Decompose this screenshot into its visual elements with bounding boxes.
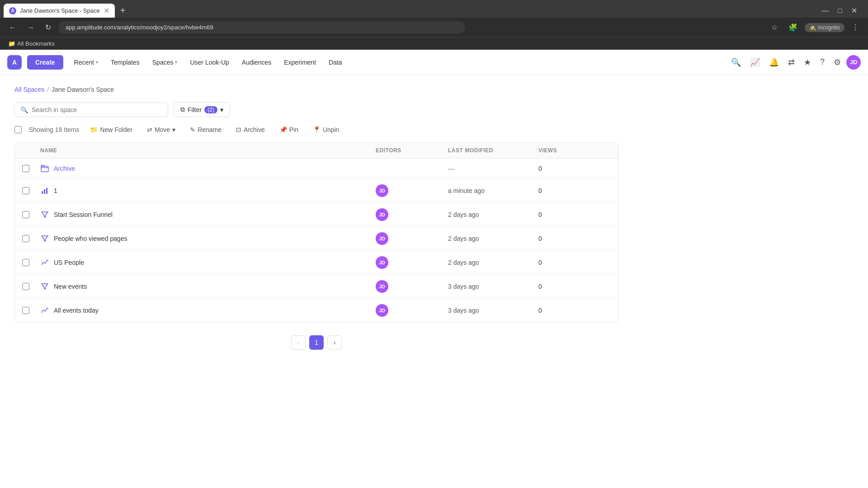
nav-item-templates[interactable]: Templates — [105, 55, 145, 70]
row-name-text: Start Session Funnel — [54, 211, 113, 218]
rename-button[interactable]: ✎ Rename — [186, 124, 225, 135]
new-tab-button[interactable]: + — [117, 4, 129, 18]
back-button[interactable]: ← — [5, 22, 20, 33]
chevron-down-icon-move: ▾ — [172, 126, 175, 133]
row-name-text: All events today — [54, 307, 99, 314]
close-button[interactable]: ✕ — [848, 5, 861, 17]
row-checkbox[interactable] — [22, 307, 29, 314]
nav-item-experiment[interactable]: Experiment — [278, 55, 321, 70]
table-row[interactable]: Archive — 0 — [15, 159, 618, 179]
forward-button[interactable]: → — [24, 22, 38, 33]
last-modified-cell: 2 days ago — [448, 235, 538, 242]
new-folder-button[interactable]: 📁 New Folder — [86, 124, 136, 135]
last-modified-cell: a minute ago — [448, 187, 538, 194]
starred-icon-button[interactable]: ★ — [800, 54, 815, 71]
editor-avatar: JD — [376, 208, 388, 221]
metric-icon — [40, 306, 49, 315]
select-all-checkbox[interactable] — [14, 126, 22, 133]
maximize-button[interactable]: □ — [834, 5, 846, 17]
active-tab[interactable]: A Jane Dawson's Space - Space ✕ — [4, 4, 115, 18]
user-avatar[interactable]: JD — [846, 55, 861, 70]
nav-item-recent[interactable]: Recent ▾ — [69, 55, 104, 70]
tab-title: Jane Dawson's Space - Space — [20, 7, 100, 14]
row-name-cell: Archive — [40, 164, 376, 173]
nav-item-spaces[interactable]: Spaces ▾ — [147, 55, 183, 70]
search-input[interactable] — [32, 106, 162, 113]
actions-bar: Showing 18 Items 📁 New Folder ⇄ Move ▾ ✎… — [14, 124, 618, 135]
help-icon-button[interactable]: ? — [816, 54, 828, 70]
svg-rect-0 — [41, 166, 48, 172]
chevron-down-icon-spaces: ▾ — [175, 60, 177, 65]
search-box[interactable]: 🔍 — [14, 103, 168, 117]
row-name-text: New events — [54, 283, 87, 290]
filter-icon: ⧉ — [180, 106, 185, 113]
nav-item-data[interactable]: Data — [323, 55, 348, 70]
row-name-text: 1 — [54, 187, 57, 194]
filter-button[interactable]: ⧉ Filter (2) ▾ — [174, 102, 230, 117]
page-1-button[interactable]: 1 — [309, 335, 324, 350]
extensions-button[interactable]: 🧩 — [785, 21, 801, 33]
unpin-icon: 📍 — [313, 126, 321, 133]
minimize-button[interactable]: — — [818, 5, 832, 17]
table-row[interactable]: 1 JD a minute ago 0 — [15, 179, 618, 203]
svg-rect-3 — [46, 188, 47, 194]
editors-cell: JD — [376, 280, 448, 293]
bookmarks-bar-item[interactable]: 📁 All Bookmarks — [5, 39, 57, 48]
editors-cell: JD — [376, 304, 448, 317]
table-header: NAME EDITORS LAST MODIFIED VIEWS — [15, 143, 618, 159]
header-views: VIEWS — [538, 147, 593, 154]
analytics-icon-button[interactable]: 📈 — [746, 54, 764, 71]
last-modified-cell: 3 days ago — [448, 283, 538, 290]
editor-avatar: JD — [376, 304, 388, 317]
unpin-button[interactable]: 📍 Unpin — [309, 124, 343, 135]
sync-icon-button[interactable]: ⇄ — [784, 54, 798, 71]
archive-button[interactable]: ⊡ Archive — [232, 124, 269, 135]
move-button[interactable]: ⇄ Move ▾ — [143, 124, 179, 135]
table-row[interactable]: Start Session Funnel JD 2 days ago 0 — [15, 203, 618, 227]
prev-page-button[interactable]: ‹ — [291, 335, 306, 350]
menu-button[interactable]: ⋮ — [848, 21, 863, 33]
row-checkbox[interactable] — [22, 259, 29, 266]
views-cell: 0 — [538, 165, 593, 172]
notifications-icon-button[interactable]: 🔔 — [765, 54, 783, 71]
search-icon-button[interactable]: 🔍 — [727, 54, 745, 71]
views-cell: 0 — [538, 259, 593, 266]
reload-button[interactable]: ↻ — [42, 21, 55, 33]
items-table: NAME EDITORS LAST MODIFIED VIEWS — [14, 142, 618, 323]
address-bar[interactable] — [58, 21, 465, 33]
row-checkbox[interactable] — [22, 187, 29, 194]
row-checkbox[interactable] — [22, 235, 29, 242]
breadcrumb: All Spaces / Jane Dawson's Space — [14, 86, 618, 93]
settings-icon-button[interactable]: ⚙ — [830, 54, 844, 71]
last-modified-cell: — — [448, 165, 538, 172]
editor-avatar: JD — [376, 232, 388, 245]
editor-avatar: JD — [376, 256, 388, 269]
pin-icon: 📌 — [279, 126, 287, 133]
nav-item-userlookup[interactable]: User Look-Up — [184, 55, 234, 70]
app-logo[interactable]: A — [7, 55, 22, 70]
row-link[interactable]: Archive — [54, 165, 75, 172]
breadcrumb-all-spaces[interactable]: All Spaces — [14, 86, 44, 93]
showing-count: Showing 18 Items — [29, 126, 79, 133]
chevron-down-icon: ▾ — [96, 60, 98, 65]
editor-avatar: JD — [376, 184, 388, 197]
last-modified-cell: 3 days ago — [448, 307, 538, 314]
table-row[interactable]: New events JD 3 days ago 0 — [15, 275, 618, 299]
pin-button[interactable]: 📌 Pin — [276, 124, 302, 135]
bookmark-button[interactable]: ☆ — [768, 21, 781, 33]
next-page-button[interactable]: › — [327, 335, 342, 350]
tab-close-button[interactable]: ✕ — [104, 6, 109, 15]
row-name-cell: New events — [40, 282, 376, 291]
incognito-badge: 🕵 Incognito — [805, 23, 844, 32]
table-row[interactable]: People who viewed pages JD 2 days ago 0 — [15, 227, 618, 251]
main-content: All Spaces / Jane Dawson's Space 🔍 ⧉ Fil… — [0, 75, 633, 364]
table-row[interactable]: All events today JD 3 days ago 0 — [15, 299, 618, 322]
row-checkbox[interactable] — [22, 211, 29, 218]
nav-item-audiences[interactable]: Audiences — [236, 55, 277, 70]
row-checkbox[interactable] — [22, 165, 29, 172]
row-checkbox[interactable] — [22, 283, 29, 290]
editors-cell: JD — [376, 256, 448, 269]
create-button[interactable]: Create — [27, 55, 63, 70]
views-cell: 0 — [538, 235, 593, 242]
table-row[interactable]: US People JD 2 days ago 0 — [15, 251, 618, 275]
